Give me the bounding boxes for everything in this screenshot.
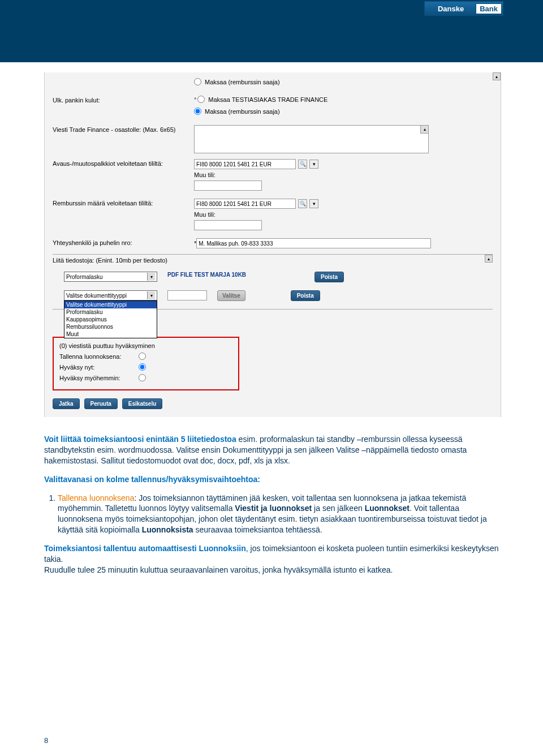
select2-value: Valitse dokumenttityyppi	[66, 293, 127, 299]
radio-label: Maksaa (remburssin saaja)	[205, 79, 280, 85]
chevron-down-icon: ▾	[147, 291, 155, 299]
dropdown-opt[interactable]: Proformalasku	[64, 308, 157, 316]
ulk-kulut-label: Ulk. pankin kulut:	[53, 96, 194, 104]
danske-bank-logo: Danske Bank	[424, 1, 503, 16]
viesti-label: Viesti Trade Finance - osastolle: (Max. …	[53, 125, 194, 133]
radio-saaja2-label: Maksaa (remburssin saaja)	[205, 108, 280, 115]
muu-tili-label-1: Muu tili:	[194, 171, 493, 178]
page-number: 8	[44, 736, 48, 745]
radio-testi-label: Maksaa TESTIASIAKAS TRADE FINANCE	[208, 96, 327, 103]
doc-type-select-2[interactable]: Valitse dokumenttityyppi ▾ Valitse dokum…	[64, 290, 157, 300]
doc-type-dropdown[interactable]: Valitse dokumenttityyppi Proformalasku K…	[64, 300, 157, 338]
rb-hyvaksy-nyt-radio[interactable]	[139, 363, 146, 371]
muu-tili-input-2[interactable]	[194, 220, 262, 230]
required-star: *	[194, 96, 196, 103]
approval-notice: (0) viestistä puuttuu hyväksyminen	[59, 342, 232, 349]
poista-button-1[interactable]: Poista	[314, 272, 344, 282]
body-text: Voit liittää toimeksiantoosi enintään 5 …	[44, 434, 501, 575]
file-path-input[interactable]	[167, 290, 207, 300]
p1-lead: Voit liittää toimeksiantoosi enintään 5 …	[44, 435, 236, 444]
p3-line2: Ruudulle tulee 25 minuutin kuluttua seur…	[44, 565, 393, 574]
valitse-button[interactable]: Valitse	[217, 290, 245, 301]
form-screenshot: ▴ Maksaa (remburssin saaja) Ulk. pankin …	[44, 72, 501, 417]
search-icon[interactable]: 🔍	[298, 160, 307, 169]
rb-tallenna-radio[interactable]	[139, 353, 146, 360]
dropdown-opt[interactable]: Muut	[64, 330, 157, 338]
remburssin-label: Remburssin määrä veloitetaan tililtä:	[53, 199, 194, 207]
radio-saaja2[interactable]	[194, 108, 201, 115]
muu-tili-input-1[interactable]	[194, 181, 262, 191]
radio-input[interactable]	[194, 78, 201, 85]
file-link[interactable]: PDF FILE TEST MARJA 10KB	[167, 272, 269, 278]
muu-tili-label-2: Muu tili:	[194, 211, 493, 218]
rb-tallenna-label: Tallenna luonnoksena:	[59, 353, 139, 360]
approval-box: (0) viestistä puuttuu hyväksyminen Talle…	[53, 337, 239, 390]
dropdown-opt[interactable]: Remburssiluonnos	[64, 323, 157, 330]
viesti-textarea[interactable]: ▴	[194, 125, 429, 153]
li1-mid: ja sen jälkeen	[312, 504, 364, 513]
account-input-1[interactable]: FI80 8000 1201 5481 21 EUR	[194, 159, 296, 169]
radio-testi[interactable]	[197, 96, 205, 103]
rb-hyvaksy-myoh-radio[interactable]	[139, 374, 146, 381]
logo-text-bank: Bank	[476, 3, 502, 14]
yhteys-label: Yhteyshenkilö ja puhelin nro:	[53, 238, 194, 246]
attachment-section: ▴ Liitä tiedostoja: (Enint. 10mb per tie…	[53, 254, 493, 310]
chevron-down-icon: ▾	[147, 273, 155, 281]
dropdown-opt[interactable]: Kauppasopimus	[64, 316, 157, 323]
p2: Valittavanasi on kolme tallennus/hyväksy…	[44, 474, 501, 485]
li1-lead: Tallenna luonnoksena	[58, 493, 134, 502]
avaus-label: Avaus-/muutospalkkiot veloitetaan tililt…	[53, 159, 194, 167]
yhteys-input[interactable]: M. Mallikas puh. 09-833 3333	[196, 238, 431, 248]
dropdown-opt[interactable]: Valitse dokumenttityyppi	[64, 301, 157, 308]
poista-button-2[interactable]: Poista	[291, 290, 320, 301]
peruuta-button[interactable]: Peruuta	[84, 398, 118, 409]
logo-text-danske: Danske	[426, 5, 476, 13]
header-bar: Danske Bank	[0, 0, 543, 62]
li1-end: seuraavaa toimeksiantoa tehtäessä.	[193, 525, 322, 534]
dropdown-icon[interactable]: ▾	[309, 160, 318, 169]
esikatselu-button[interactable]: Esikatselu	[122, 398, 162, 409]
rb-hyvaksy-myoh-label: Hyväksy myöhemmin:	[59, 375, 139, 381]
doc-type-select-1[interactable]: Proformalasku ▾	[64, 272, 157, 282]
account-input-2[interactable]: FI80 8000 1201 5481 21 EUR	[194, 199, 296, 209]
section-scroll-icon[interactable]: ▴	[485, 255, 493, 263]
li1-bold3: Luonnoksista	[142, 525, 193, 534]
rb-hyvaksy-nyt-label: Hyväksy nyt:	[59, 364, 139, 371]
li1-bold2: Luonnokset	[365, 504, 410, 513]
jatka-button[interactable]: Jatka	[53, 398, 80, 409]
radio-maksaa-top[interactable]: Maksaa (remburssin saaja)	[194, 78, 493, 85]
scroll-up-icon[interactable]: ▴	[493, 72, 501, 80]
textarea-scroll-icon[interactable]: ▴	[420, 126, 428, 134]
list-item-1: Tallenna luonnoksena: Jos toimeksiannon …	[58, 493, 501, 536]
search-icon[interactable]: 🔍	[298, 199, 307, 208]
p3-lead: Toimeksiantosi tallentuu automaattisesti…	[44, 544, 246, 553]
select-value: Proformalasku	[66, 274, 102, 280]
li1-bold1: Viestit ja luonnokset	[235, 504, 312, 513]
attach-header: Liitä tiedostoja: (Enint. 10mb per tiedo…	[53, 257, 493, 264]
dropdown-icon[interactable]: ▾	[309, 199, 318, 208]
